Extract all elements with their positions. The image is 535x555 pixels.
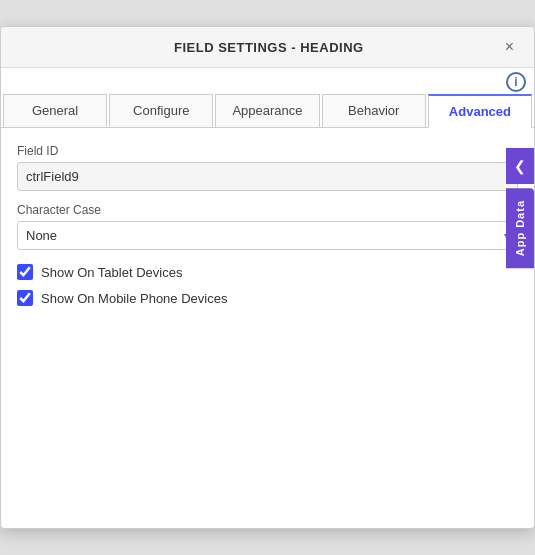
app-data-button[interactable]: App Data: [506, 188, 534, 268]
field-settings-dialog: FIELD SETTINGS - HEADING × i General Con…: [0, 26, 535, 529]
close-button[interactable]: ×: [501, 37, 518, 57]
content-area: Field ID Character Case None UPPER CASE …: [1, 128, 534, 528]
tab-general[interactable]: General: [3, 94, 107, 127]
info-icon[interactable]: i: [506, 72, 526, 92]
sidebar-chevron-button[interactable]: ❮: [506, 148, 534, 184]
show-tablet-checkbox[interactable]: [17, 264, 33, 280]
info-row: i: [1, 68, 534, 94]
show-mobile-label[interactable]: Show On Mobile Phone Devices: [41, 291, 227, 306]
character-case-wrapper: None UPPER CASE lower case Title Case ▾: [17, 221, 518, 250]
tab-advanced[interactable]: Advanced: [428, 94, 532, 128]
field-id-label: Field ID: [17, 144, 518, 158]
show-mobile-row: Show On Mobile Phone Devices: [17, 290, 518, 306]
dialog-header: FIELD SETTINGS - HEADING ×: [1, 27, 534, 68]
character-case-select[interactable]: None UPPER CASE lower case Title Case: [17, 221, 518, 250]
tab-configure[interactable]: Configure: [109, 94, 213, 127]
show-tablet-label[interactable]: Show On Tablet Devices: [41, 265, 182, 280]
app-data-sidebar-panel: ❮ App Data: [506, 128, 534, 528]
tab-behavior[interactable]: Behavior: [322, 94, 426, 127]
show-tablet-row: Show On Tablet Devices: [17, 264, 518, 280]
dialog-title: FIELD SETTINGS - HEADING: [37, 40, 501, 55]
character-case-label: Character Case: [17, 203, 518, 217]
tabs-bar: General Configure Appearance Behavior Ad…: [1, 94, 534, 128]
tab-appearance[interactable]: Appearance: [215, 94, 319, 127]
show-mobile-checkbox[interactable]: [17, 290, 33, 306]
field-id-input[interactable]: [17, 162, 518, 191]
